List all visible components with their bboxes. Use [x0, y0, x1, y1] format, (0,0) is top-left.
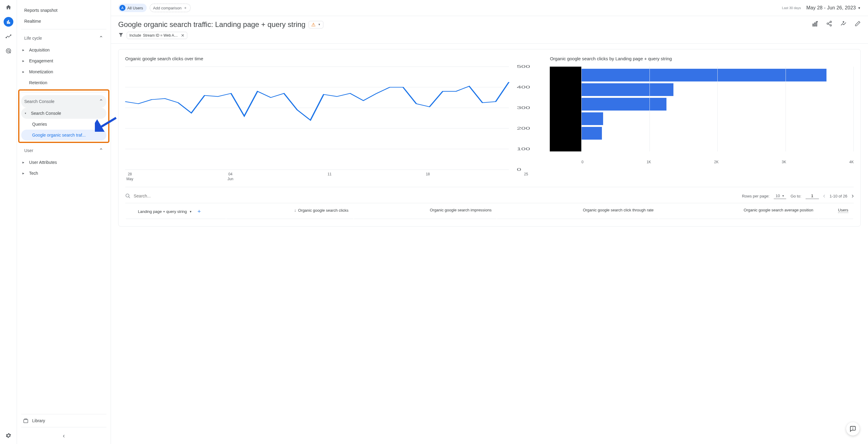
add-comparison-label: Add comparison — [153, 6, 182, 10]
column-header[interactable]: Organic google search click through rate — [497, 204, 658, 219]
insights-icon[interactable] — [812, 21, 818, 29]
svg-line-13 — [828, 22, 830, 23]
sidebar-reports-snapshot[interactable]: Reports snapshot — [21, 5, 106, 16]
dimension-header[interactable]: Landing page + query string▼ ＋ — [126, 204, 226, 219]
settings-icon[interactable] — [4, 431, 13, 440]
column-header[interactable]: Organic google search impressions — [354, 204, 496, 219]
plus-icon: ＋ — [183, 5, 187, 10]
svg-point-1 — [10, 35, 11, 36]
feedback-button[interactable] — [846, 422, 860, 436]
svg-rect-8 — [814, 23, 815, 26]
sidebar-group-user[interactable]: User⌃ — [21, 144, 106, 157]
chart-title: Organic google search clicks by Landing … — [550, 56, 854, 61]
sidebar-item-label: Engagement — [29, 59, 53, 63]
sidebar-group-label: Life cycle — [24, 36, 42, 41]
page-title: Google organic search traffic: Landing p… — [118, 20, 306, 29]
rows-per-page-label: Rows per page: — [742, 194, 770, 198]
close-icon[interactable]: ✕ — [181, 33, 185, 38]
svg-point-12 — [830, 25, 832, 26]
sort-column-header[interactable]: ↓Organic google search clicks — [226, 204, 353, 219]
column-header[interactable]: Users — [819, 204, 853, 219]
add-dimension-button[interactable]: ＋ — [196, 208, 202, 214]
sidebar-item-search-console[interactable]: ▼Search Console — [21, 108, 106, 119]
warning-icon: ⚠ — [311, 22, 315, 28]
bar-chart-labels-redacted — [550, 67, 581, 151]
segment-all-users[interactable]: AAll Users — [118, 4, 147, 12]
chevron-up-icon: ⌃ — [99, 147, 103, 154]
sidebar-collapse-button[interactable]: ‹ — [21, 427, 106, 444]
filter-chip[interactable]: Include Stream ID = Web Ap... ✕ — [127, 32, 187, 39]
add-comparison-button[interactable]: Add comparison＋ — [150, 4, 191, 12]
filter-icon[interactable] — [118, 32, 124, 39]
pager: Rows per page: 10▼ Go to: ‹ 1-10 of 26 › — [742, 192, 854, 200]
search-input[interactable] — [134, 194, 194, 198]
sidebar-item-label: Tech — [29, 171, 38, 176]
line-chart[interactable]: 0100200300400500 — [125, 67, 535, 170]
date-range-value: May 28 - Jun 26, 2023 — [806, 5, 856, 10]
sidebar-item-acquisition[interactable]: ▶Acquisition — [21, 44, 106, 56]
svg-point-11 — [827, 23, 829, 24]
page-next-button[interactable]: › — [851, 192, 854, 200]
rows-per-page-value: 10 — [776, 194, 780, 198]
triangle-right-icon: ▶ — [23, 172, 26, 175]
date-range-picker[interactable]: May 28 - Jun 26, 2023▼ — [806, 5, 861, 10]
sidebar-item-queries[interactable]: Queries — [21, 119, 106, 130]
trend-icon[interactable] — [840, 21, 847, 29]
sidebar-item-label: User Attributes — [29, 160, 57, 165]
bar-chart[interactable] — [550, 67, 854, 151]
sidebar-item-retention[interactable]: ▶Retention — [21, 77, 106, 88]
line-chart-panel: Organic google search clicks over time 0… — [125, 56, 535, 181]
main-content: AAll Users Add comparison＋ Last 30 days … — [111, 0, 868, 444]
reports-icon[interactable] — [4, 17, 13, 27]
rows-per-page-select[interactable]: 10▼ — [774, 193, 786, 199]
svg-line-14 — [828, 24, 830, 25]
goto-input[interactable] — [806, 193, 819, 199]
sidebar-realtime[interactable]: Realtime — [21, 16, 106, 27]
sidebar-item-label: Acquisition — [29, 47, 50, 53]
triangle-right-icon: ▶ — [23, 161, 26, 164]
filter-text: Stream ID = Web Ap... — [143, 33, 179, 38]
triangle-down-icon: ▼ — [782, 195, 784, 198]
search-icon — [125, 193, 131, 199]
sidebar-item-label: Monetization — [29, 69, 53, 74]
triangle-down-icon: ▼ — [318, 23, 321, 26]
svg-point-3 — [7, 50, 9, 52]
table-search[interactable] — [125, 193, 738, 199]
chevron-up-icon: ⌃ — [99, 98, 103, 105]
advertising-icon[interactable] — [4, 46, 13, 56]
bar-chart-panel: Organic google search clicks by Landing … — [550, 56, 854, 181]
triangle-down-icon: ▼ — [858, 6, 861, 10]
svg-text:400: 400 — [517, 85, 530, 89]
data-table: Landing page + query string▼ ＋ ↓Organic … — [125, 203, 854, 219]
sidebar-item-engagement[interactable]: ▶Engagement — [21, 56, 106, 66]
chevron-up-icon: ⌃ — [99, 35, 103, 41]
edit-icon[interactable] — [855, 21, 861, 29]
sidebar-group-lifecycle[interactable]: Life cycle⌃ — [21, 32, 106, 44]
triangle-down-icon: ▼ — [24, 112, 28, 115]
report-card: Organic google search clicks over time 0… — [118, 49, 861, 227]
sidebar-library[interactable]: Library — [21, 414, 106, 427]
svg-text:100: 100 — [517, 147, 530, 151]
column-header[interactable]: Organic google search average position — [659, 204, 818, 219]
sidebar-item-label: Retention — [29, 80, 47, 85]
svg-text:300: 300 — [517, 106, 530, 110]
page-prev-button[interactable]: ‹ — [823, 192, 825, 200]
home-icon[interactable] — [4, 2, 13, 12]
sidebar-item-tech[interactable]: ▶Tech — [21, 168, 106, 179]
goto-label: Go to: — [790, 194, 801, 198]
sidebar-library-label: Library — [32, 418, 45, 423]
sidebar-group-search-console[interactable]: Search Console⌃ — [21, 95, 106, 108]
column-label: Users — [838, 208, 848, 213]
svg-line-28 — [128, 197, 130, 198]
triangle-right-icon: ▶ — [23, 60, 26, 62]
sidebar-item-organic-traffic[interactable]: Google organic search traf... — [21, 130, 106, 140]
nav-rail — [0, 0, 17, 444]
svg-point-30 — [853, 429, 853, 430]
share-icon[interactable] — [826, 21, 832, 29]
sidebar-item-user-attributes[interactable]: ▶User Attributes — [21, 157, 106, 168]
segment-label: All Users — [127, 6, 143, 10]
explore-icon[interactable] — [4, 32, 13, 41]
data-quality-chip[interactable]: ⚠▼ — [309, 21, 323, 29]
sidebar-item-monetization[interactable]: ▶Monetization — [21, 66, 106, 77]
svg-point-0 — [6, 37, 7, 38]
